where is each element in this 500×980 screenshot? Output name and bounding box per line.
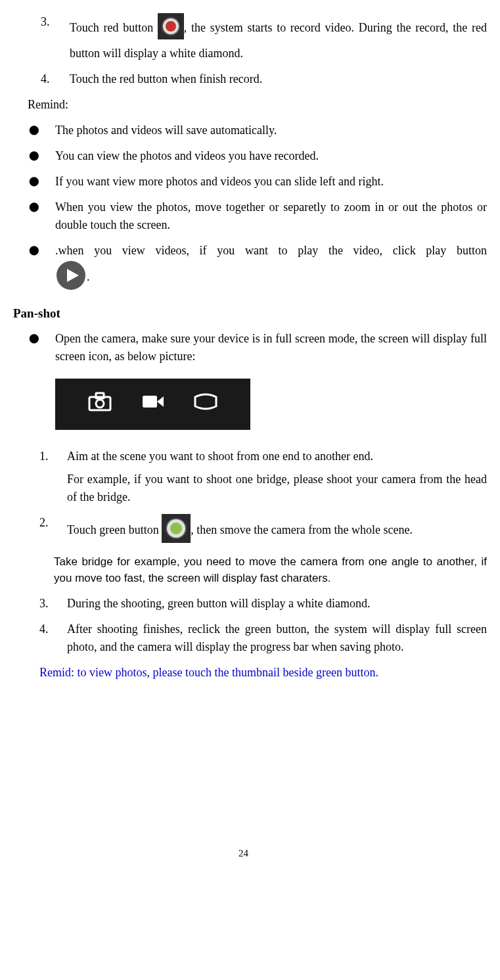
p2-text-b: , then smove the camera from the whole s… [191, 523, 413, 536]
panshot-intro-text: Open the camera, make sure your device i… [55, 330, 487, 440]
svg-marker-10 [157, 396, 164, 407]
panshot-intro-list: ⬤ Open the camera, make sure your device… [13, 330, 487, 440]
svg-rect-7 [96, 393, 104, 398]
panorama-icon [194, 393, 217, 415]
bullet-marker-icon: ⬤ [29, 122, 55, 139]
video-icon [141, 393, 165, 415]
green-button-icon [162, 514, 191, 548]
step-3-number: 3. [41, 13, 70, 62]
remind-bullets: ⬤ The photos and videos will save automa… [13, 122, 487, 296]
panshot-step-4: 4. After shooting finishes, reclick the … [13, 620, 487, 656]
camera-icon [88, 392, 112, 417]
pan-intro-text: Open the camera, make sure your device i… [55, 332, 487, 363]
bullet-marker-icon: ⬤ [29, 242, 55, 296]
bullet-3: ⬤ If you want view more photos and video… [13, 173, 487, 191]
panshot-3-text: During the shooting, green button will d… [67, 595, 487, 613]
play-button-icon [55, 260, 87, 296]
page-number: 24 [0, 846, 487, 861]
bullet-5-text: .when you view videos, if you want to pl… [55, 242, 487, 296]
p1-sub-text: For example, if you want to shoot one br… [67, 471, 487, 506]
step-4-number: 4. [41, 70, 70, 88]
bullet-5: ⬤ .when you view videos, if you want to … [13, 242, 487, 296]
panshot-3-number: 3. [39, 595, 67, 613]
remid-note: Remid: to view photos, please touch the … [13, 664, 487, 682]
remind-label: Remind: [13, 96, 487, 114]
bullet-1: ⬤ The photos and videos will save automa… [13, 122, 487, 139]
bullet-marker-icon: ⬤ [29, 330, 55, 440]
step-3-text: Touch red button , the system starts to … [70, 13, 487, 62]
bullet-4: ⬤ When you view the photos, move togethe… [13, 198, 487, 234]
bullet-5-period: . [87, 270, 90, 283]
panshot-step-3: 3. During the shooting, green button wil… [13, 595, 487, 613]
panshot-step-1: 1. Aim at the scene you want to shoot fr… [13, 448, 487, 506]
record-button-icon [158, 13, 184, 45]
bullet-2-text: You can view the photos and videos you h… [55, 147, 487, 165]
panshot-2-text: Touch green button , then smove the came… [67, 514, 487, 587]
panshot-1-text: Aim at the scene you want to shoot from … [67, 448, 487, 506]
p2-sans-text: Take bridge for example, you need to mov… [54, 553, 487, 587]
bullet-5-line1: .when you view videos, if you want to pl… [55, 242, 487, 260]
svg-point-3 [166, 21, 176, 32]
step-3: 3. Touch red button , the system starts … [13, 13, 487, 62]
step-4: 4. Touch the red button when finish reco… [13, 70, 487, 88]
svg-point-8 [96, 400, 104, 408]
panshot-step-2: 2. Touch green button , then smove the c… [13, 514, 487, 587]
panshot-title: Pan-shot [13, 304, 487, 323]
panshot-intro-item: ⬤ Open the camera, make sure your device… [13, 330, 487, 440]
bullet-1-text: The photos and videos will save automati… [55, 122, 487, 139]
svg-rect-9 [143, 396, 157, 408]
bullet-marker-icon: ⬤ [29, 198, 55, 234]
bullet-2: ⬤ You can view the photos and videos you… [13, 147, 487, 165]
page-content: 3. Touch red button , the system starts … [0, 13, 487, 682]
panshot-4-number: 4. [39, 620, 67, 656]
panshot-1-number: 1. [39, 448, 67, 506]
camera-modes-image [55, 379, 250, 430]
record-steps-list: 3. Touch red button , the system starts … [13, 13, 487, 88]
svg-point-14 [170, 523, 182, 534]
panshot-4-text: After shooting finishes, reclick the gre… [67, 620, 487, 656]
p1-text: Aim at the scene you want to shoot from … [67, 450, 373, 463]
p2-text-a: Touch green button [67, 523, 162, 536]
panshot-steps-list: 1. Aim at the scene you want to shoot fr… [13, 448, 487, 656]
bullet-4-text: When you view the photos, move together … [55, 198, 487, 234]
bullet-marker-icon: ⬤ [29, 147, 55, 165]
bullet-marker-icon: ⬤ [29, 173, 55, 191]
bullet-3-text: If you want view more photos and videos … [55, 173, 487, 191]
step3-text-a: Touch red button [70, 21, 158, 34]
step-4-text: Touch the red button when finish record. [70, 70, 487, 88]
